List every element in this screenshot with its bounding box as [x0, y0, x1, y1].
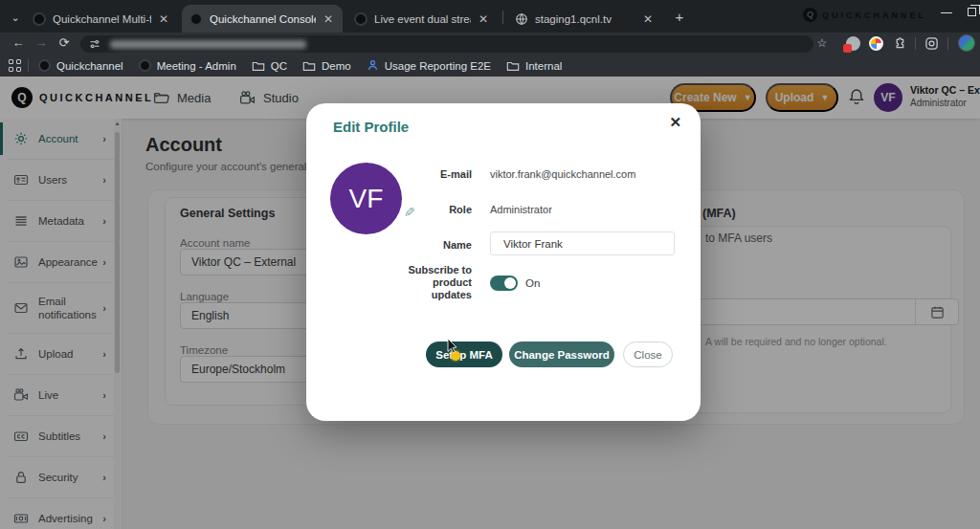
toolbar-separator	[915, 37, 916, 50]
tab-mfa-docs[interactable]: Quickchannel Multi-factor Auth ✕	[25, 5, 178, 33]
apps-grid-icon[interactable]	[9, 59, 22, 73]
toolbar-separator	[947, 37, 948, 50]
tab-close-icon[interactable]: ✕	[157, 12, 170, 26]
mouse-cursor-icon	[447, 339, 460, 354]
folder-icon	[506, 59, 520, 73]
email-label: E-mail	[386, 168, 472, 180]
window-controls	[941, 4, 976, 16]
role-value: Administrator	[490, 204, 552, 215]
edit-profile-modal: Edit Profile ✕ VF ✎ E-mail viktor.frank@…	[306, 103, 701, 421]
toggle-state-text: On	[525, 277, 540, 289]
bookmark-usage-reporting[interactable]: Usage Reporting E2E	[367, 59, 491, 72]
search-lens-icon[interactable]	[924, 36, 939, 51]
back-icon[interactable]: ←	[10, 34, 27, 52]
quickchannel-watermark: Q QUICKCHANNEL	[803, 8, 926, 22]
subscribe-toggle[interactable]	[490, 276, 518, 291]
bookmark-folder-qc[interactable]: QC	[252, 59, 287, 73]
quickchannel-favicon-icon	[33, 12, 46, 26]
quickchannel-logo-icon: Q	[803, 8, 817, 22]
extensions-puzzle-icon[interactable]	[892, 36, 906, 51]
subscribe-label: Subscribe to product updates	[390, 264, 472, 301]
email-value: viktor.frank@quickchannel.com	[490, 168, 635, 180]
bookmark-meeting-admin[interactable]: Meeting - Admin	[139, 59, 236, 72]
bookmarks-bar: Quickchannel Meeting - Admin QC Demo Usa…	[0, 55, 980, 77]
address-bar[interactable]	[80, 35, 813, 53]
bookmark-star-icon[interactable]: ☆	[813, 34, 831, 52]
url-text-redacted	[110, 40, 306, 49]
extension-color-icon[interactable]	[869, 36, 883, 51]
tab-close-icon[interactable]: ✕	[477, 12, 490, 26]
tab-strip: ⌄ Quickchannel Multi-factor Auth ✕ Quick…	[0, 0, 980, 33]
web-page: Q QUICKCHANNEL Media Studio Create New▼ …	[0, 77, 980, 529]
extension-recorder-icon[interactable]	[846, 36, 860, 51]
tab-search-icon[interactable]: ⌄	[7, 9, 24, 26]
person-blue-icon	[367, 59, 379, 72]
close-button[interactable]: Close	[623, 342, 673, 367]
restore-button[interactable]	[968, 8, 976, 16]
toggle-knob	[504, 277, 516, 289]
new-tab-button[interactable]: +	[670, 8, 689, 27]
role-label: Role	[386, 204, 472, 215]
folder-icon	[302, 59, 316, 73]
bookmark-folder-demo[interactable]: Demo	[302, 59, 351, 73]
quickchannel-favicon-icon	[354, 12, 368, 26]
tab-title: Quickchannel Console	[210, 13, 316, 25]
name-input[interactable]	[490, 231, 675, 255]
close-icon[interactable]: ✕	[669, 114, 681, 131]
forward-icon[interactable]: →	[33, 34, 50, 52]
tab-console-active[interactable]: Quickchannel Console ✕	[182, 5, 343, 33]
change-password-button[interactable]: Change Password	[509, 342, 614, 367]
tab-separator	[502, 11, 503, 24]
bookmarks-divider	[28, 59, 29, 72]
tab-title: Quickchannel Multi-factor Auth	[53, 13, 151, 25]
name-label: Name	[386, 239, 472, 251]
quickchannel-favicon-icon	[38, 59, 51, 72]
globe-favicon-icon	[515, 12, 528, 26]
setup-mfa-button[interactable]: Setup MFA	[426, 342, 502, 367]
tab-title: Live event dual stream	[374, 13, 471, 25]
browser-profile-avatar[interactable]	[958, 34, 975, 52]
tab-title: staging1.qcnl.tv	[535, 13, 635, 25]
quickchannel-favicon-icon	[189, 12, 203, 26]
browser-toolbar: ← → ⟳ ☆	[0, 33, 980, 55]
browser-window: ⌄ Quickchannel Multi-factor Auth ✕ Quick…	[0, 0, 980, 529]
folder-icon	[252, 59, 265, 73]
tab-close-icon[interactable]: ✕	[322, 12, 335, 26]
reload-icon[interactable]: ⟳	[56, 34, 73, 52]
tab-close-icon[interactable]: ✕	[641, 12, 655, 26]
modal-title: Edit Profile	[333, 119, 409, 135]
tab-live-event[interactable]: Live event dual stream ✕	[346, 5, 498, 33]
bookmark-quickchannel[interactable]: Quickchannel	[38, 59, 123, 72]
site-settings-icon[interactable]	[89, 38, 100, 50]
tab-staging[interactable]: staging1.qcnl.tv ✕	[507, 5, 662, 33]
bookmark-folder-internal[interactable]: Internal	[506, 59, 562, 73]
quickchannel-favicon-icon	[139, 59, 151, 72]
minimize-button[interactable]	[941, 12, 952, 13]
